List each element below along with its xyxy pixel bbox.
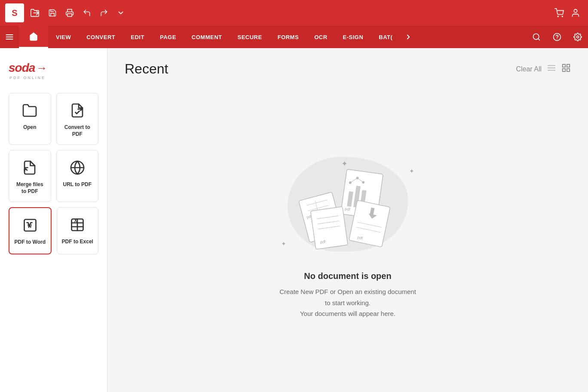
settings-button[interactable] — [567, 26, 588, 48]
open-label: Open — [23, 124, 37, 131]
cart-button[interactable] — [552, 6, 567, 20]
svg-point-2 — [557, 16, 558, 17]
svg-rect-27 — [567, 64, 570, 67]
save-button[interactable] — [46, 6, 59, 20]
action-row-3: W PDF to Word X — [9, 207, 98, 254]
nav-esign[interactable]: E-SIGN — [335, 26, 371, 48]
action-grid: Open Convert to PDF — [9, 93, 98, 254]
convert-to-pdf-card[interactable]: Convert to PDF — [56, 93, 99, 145]
svg-point-3 — [562, 16, 563, 17]
recent-header: Recent Clear All — [125, 61, 571, 77]
nav-ocr[interactable]: OCR — [306, 26, 335, 48]
empty-desc: Create New PDF or Open an existing docum… — [279, 286, 416, 319]
help-button[interactable] — [547, 26, 567, 48]
nav-batch[interactable]: BAT( — [371, 26, 400, 48]
recent-title: Recent — [125, 61, 168, 77]
svg-rect-26 — [563, 64, 565, 67]
pdf-to-excel-label: PDF to Excel — [62, 239, 93, 245]
clear-all-button[interactable]: Clear All — [516, 65, 542, 73]
open-card[interactable]: Open — [9, 93, 51, 145]
convert-label: Convert to PDF — [61, 124, 94, 138]
toolbar-right — [552, 6, 583, 20]
search-button[interactable] — [526, 26, 547, 48]
app-logo: S — [5, 3, 24, 22]
logo-sub: PDF ONLINE — [9, 76, 98, 80]
svg-rect-47 — [310, 207, 348, 250]
nav-right-icons — [526, 26, 588, 48]
left-panel: soda → PDF ONLINE Open — [0, 48, 107, 392]
merge-icon — [22, 160, 37, 177]
open-folder-button[interactable] — [28, 6, 42, 20]
empty-illustration: ✦ ✦ ✦ pdf — [275, 144, 421, 264]
merge-label: Merge files to PDF — [13, 181, 46, 195]
redo-button[interactable] — [97, 6, 111, 20]
view-list-button[interactable] — [547, 63, 556, 75]
nav-secure[interactable]: SECURE — [230, 26, 270, 48]
nav-forms[interactable]: FORMS — [270, 26, 306, 48]
nav-view[interactable]: VIEW — [48, 26, 79, 48]
user-button[interactable] — [568, 6, 583, 20]
print-button[interactable] — [63, 6, 77, 20]
soda-logo: soda → PDF ONLINE — [9, 61, 98, 80]
dropdown-arrow-button[interactable] — [114, 6, 127, 19]
svg-text:X: X — [74, 218, 77, 223]
view-grid-button[interactable] — [561, 63, 571, 75]
svg-line-9 — [538, 39, 540, 40]
nav-more-button[interactable] — [400, 26, 416, 48]
svg-text:pdf: pdf — [320, 239, 326, 245]
action-row-2: Merge files to PDF URL to PDF — [9, 150, 98, 202]
main-content: soda → PDF ONLINE Open — [0, 48, 588, 392]
svg-point-12 — [577, 36, 579, 38]
nav-comment[interactable]: COMMENT — [184, 26, 230, 48]
nav-edit[interactable]: EDIT — [123, 26, 152, 48]
logo-arrow-icon: → — [36, 61, 47, 75]
excel-icon: X — [70, 217, 85, 234]
svg-text:W: W — [28, 224, 32, 229]
empty-title: No document is open — [279, 271, 416, 281]
svg-rect-28 — [563, 68, 565, 71]
merge-card[interactable]: Merge files to PDF — [9, 150, 51, 202]
url-to-pdf-card[interactable]: URL to PDF — [56, 150, 99, 202]
empty-text: No document is open Create New PDF or Op… — [279, 271, 416, 319]
word-icon: W — [22, 217, 38, 235]
nav-menu: VIEW CONVERT EDIT PAGE COMMENT SECURE FO… — [0, 26, 588, 48]
svg-text:pdf: pdf — [345, 207, 351, 212]
recent-actions: Clear All — [516, 63, 571, 75]
svg-rect-29 — [567, 68, 570, 71]
logo-brand: soda — [9, 61, 35, 75]
top-toolbar: S — [0, 0, 588, 26]
undo-button[interactable] — [80, 6, 94, 20]
open-icon — [22, 103, 37, 120]
svg-rect-1 — [67, 14, 72, 17]
hamburger-button[interactable] — [0, 26, 19, 48]
convert-icon — [70, 103, 85, 120]
globe-icon — [70, 160, 85, 177]
action-row-1: Open Convert to PDF — [9, 93, 98, 145]
pdf-to-word-label: PDF to Word — [15, 239, 46, 246]
empty-state: ✦ ✦ ✦ pdf — [125, 90, 571, 374]
nav-convert[interactable]: CONVERT — [79, 26, 123, 48]
right-panel: Recent Clear All — [107, 48, 588, 392]
nav-home-button[interactable] — [19, 26, 48, 48]
pdf-to-word-card[interactable]: W PDF to Word — [9, 207, 52, 254]
url-label: URL to PDF — [63, 181, 92, 188]
svg-point-4 — [574, 9, 577, 12]
pdf-to-excel-card[interactable]: X PDF to Excel — [57, 207, 99, 254]
nav-page[interactable]: PAGE — [152, 26, 184, 48]
